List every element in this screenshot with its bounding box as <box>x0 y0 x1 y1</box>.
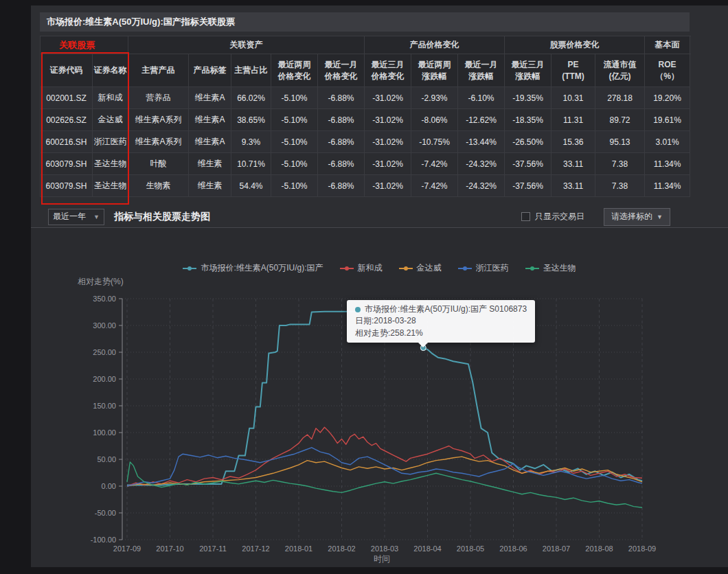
column-group-header: 产品价格变化 <box>365 36 505 54</box>
table-cell: 叶酸 <box>128 153 189 175</box>
legend-item[interactable]: 新和成 <box>340 262 383 274</box>
table-cell: -6.88% <box>318 153 365 175</box>
column-header: ROE （%） <box>645 54 690 87</box>
y-tick-label: 100.00 <box>93 428 116 437</box>
table-cell: -6.10% <box>458 87 505 109</box>
x-tick-label: 2018-04 <box>413 544 441 553</box>
time-range-value: 最近一年 <box>53 211 86 222</box>
table-cell: 89.72 <box>595 109 645 131</box>
table-row[interactable]: 603079.SH圣达生物生物素维生素54.4%-5.10%-6.88%-31.… <box>41 175 690 197</box>
line-chart[interactable]: 2017-092017-102017-112017-122018-012018-… <box>31 228 728 567</box>
legend-item[interactable]: 市场报价:维生素A(50万IU/g):国产 <box>183 262 323 274</box>
select-target-button[interactable]: 请选择标的 ▼ <box>604 208 670 226</box>
column-header: 证券名称 <box>93 54 128 87</box>
column-header: 最近三月 涨跌幅 <box>505 54 551 87</box>
table-cell: 002626.SZ <box>41 109 93 131</box>
legend-line-icon <box>183 268 196 269</box>
table-cell: 38.65% <box>231 109 271 131</box>
table-cell: 19.20% <box>645 87 690 109</box>
table-cell: 圣达生物 <box>93 175 128 197</box>
table-cell: -37.56% <box>505 153 551 175</box>
table-cell: 维生素 <box>189 175 231 197</box>
table-cell: -31.02% <box>365 87 411 109</box>
legend-label: 圣达生物 <box>543 262 576 274</box>
table-cell: 11.34% <box>645 175 690 197</box>
trading-day-checkbox[interactable] <box>521 212 530 221</box>
y-tick-label: -100.00 <box>91 536 116 544</box>
table-cell: -6.88% <box>318 87 365 109</box>
table-row[interactable]: 002001.SZ新和成营养品维生素A66.02%-5.10%-6.88%-31… <box>41 87 690 109</box>
table-cell: 95.13 <box>595 131 645 153</box>
column-header: 最近两周 涨跌幅 <box>411 54 458 87</box>
page-title: 市场报价:维生素A(50万IU/g):国产指标关联股票 <box>40 12 690 32</box>
legend-label: 金达威 <box>417 262 442 274</box>
trend-chart-panel[interactable]: 2017-092017-102017-112017-122018-012018-… <box>31 228 728 567</box>
table-cell: 11.31 <box>551 109 595 131</box>
table-cell: -6.88% <box>318 175 365 197</box>
x-tick-label: 2018-09 <box>628 544 656 553</box>
time-range-select[interactable]: 最近一年 ▼ <box>48 209 104 225</box>
table-cell: -37.56% <box>505 175 551 197</box>
x-tick-label: 2018-03 <box>371 544 398 553</box>
chart-legend: 市场报价:维生素A(50万IU/g):国产新和成金达威浙江医药圣达生物 <box>31 262 728 274</box>
legend-item[interactable]: 圣达生物 <box>525 262 576 274</box>
tooltip-series-line: 市场报价:维生素A(50万IU/g):国产 S0106873 <box>355 303 527 315</box>
table-cell: -24.32% <box>458 153 505 175</box>
table-row[interactable]: 600216.SH浙江医药维生素A系列维生素A9.3%-5.10%-6.88%-… <box>41 131 690 153</box>
y-tick-label: 200.00 <box>93 375 116 383</box>
column-header: 流通市值 (亿元) <box>595 54 645 87</box>
series-dot-icon <box>355 307 361 312</box>
legend-item[interactable]: 浙江医药 <box>458 262 509 274</box>
table-cell: -2.93% <box>411 87 458 109</box>
x-tick-label: 2018-05 <box>457 544 484 553</box>
table-cell: 7.38 <box>595 175 645 197</box>
x-tick-label: 2017-11 <box>199 544 227 553</box>
x-tick-label: 2018-01 <box>285 544 312 553</box>
legend-dot-icon <box>463 266 467 271</box>
y-tick-label: 0.00 <box>102 482 116 490</box>
column-header: 最近两周 价格变化 <box>271 54 318 87</box>
table-cell: 维生素A系列 <box>128 131 189 153</box>
legend-line-icon <box>458 268 472 269</box>
table-row[interactable]: 002626.SZ金达威维生素A系列维生素A38.65%-5.10%-6.88%… <box>41 109 690 131</box>
table-cell: 603079.SH <box>41 175 93 197</box>
legend-dot-icon <box>345 266 349 271</box>
table-cell: 维生素A <box>189 87 231 109</box>
table-cell: -5.10% <box>271 87 318 109</box>
table-cell: -18.35% <box>505 109 551 131</box>
legend-line-icon <box>525 268 539 269</box>
table-cell: 33.11 <box>551 175 595 197</box>
column-header: 证券代码 <box>41 54 93 87</box>
table-cell: 10.71% <box>231 153 271 175</box>
chart-tooltip: 市场报价:维生素A(50万IU/g):国产 S0106873 日期:2018-0… <box>347 300 535 343</box>
legend-dot-icon <box>187 266 192 271</box>
table-cell: 603079.SH <box>41 153 93 175</box>
table-cell: -5.10% <box>271 153 318 175</box>
table-cell: -12.62% <box>458 109 505 131</box>
table-cell: -6.88% <box>318 131 365 153</box>
legend-item[interactable]: 金达威 <box>399 262 442 274</box>
table-cell: 9.3% <box>231 131 271 153</box>
x-tick-label: 2017-12 <box>242 544 269 553</box>
table-cell: -24.32% <box>458 175 505 197</box>
table-cell: 维生素A <box>189 131 231 153</box>
chart-toolbar: 最近一年 ▼ 指标与相关股票走势图 只显示交易日 请选择标的 ▼ <box>31 206 728 228</box>
table-cell: 600216.SH <box>41 131 93 153</box>
related-stocks-table-section: 关联股票 关联资产产品价格变化股票价格变化基本面 证券代码证券名称主营产品产品标… <box>40 36 690 197</box>
column-header: 主营产品 <box>128 54 189 87</box>
legend-line-icon <box>399 268 413 269</box>
legend-label: 浙江医药 <box>476 262 509 274</box>
table-row[interactable]: 603079.SH圣达生物叶酸维生素10.71%-5.10%-6.88%-31.… <box>41 153 690 175</box>
x-tick-label: 2018-02 <box>328 544 355 553</box>
y-axis-title: 相对走势(%) <box>78 276 124 288</box>
table-cell: 33.11 <box>551 153 595 175</box>
y-tick-label: 250.00 <box>93 348 116 356</box>
y-tick-label: 150.00 <box>93 402 116 410</box>
table-cell: 15.36 <box>551 131 595 153</box>
table-cell: 生物素 <box>128 175 189 197</box>
legend-label: 新和成 <box>358 262 383 274</box>
legend-dot-icon <box>404 266 408 271</box>
chevron-down-icon: ▼ <box>93 214 100 220</box>
related-stocks-table: 关联资产产品价格变化股票价格变化基本面 证券代码证券名称主营产品产品标签主营占比… <box>40 36 690 197</box>
toolbar-right-group: 只显示交易日 请选择标的 ▼ <box>521 208 670 226</box>
